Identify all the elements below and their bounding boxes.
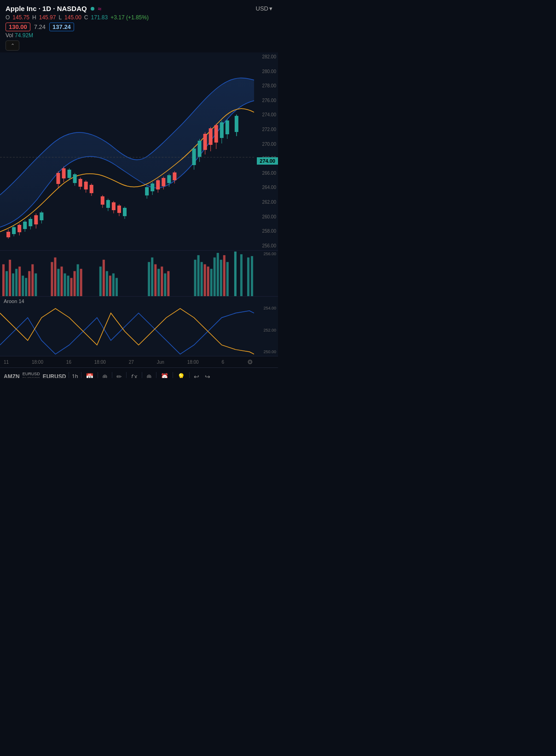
svg-rect-121 <box>240 254 243 296</box>
sep-4 <box>112 372 112 378</box>
svg-rect-30 <box>101 196 104 205</box>
calendar-icon-btn[interactable]: 📅 <box>84 372 95 378</box>
active-symbol: EURUSD <box>43 373 66 378</box>
add-indicator-btn[interactable]: ⊕ <box>145 372 153 378</box>
time-tick-4: 18:00 <box>94 360 106 365</box>
svg-rect-82 <box>25 278 27 296</box>
volume-svg <box>0 251 254 296</box>
svg-rect-28 <box>90 185 93 193</box>
svg-rect-8 <box>23 222 27 229</box>
time-tick-8: 6 <box>222 360 225 365</box>
time-tick-1: 11 <box>4 360 9 365</box>
svg-rect-103 <box>151 258 153 296</box>
svg-rect-80 <box>18 267 21 296</box>
indicator-3[interactable]: 137.24 <box>49 23 74 31</box>
c-value: 171.83 <box>91 14 108 21</box>
svg-rect-56 <box>203 134 207 150</box>
svg-rect-75 <box>2 264 5 296</box>
svg-rect-120 <box>234 252 237 296</box>
svg-rect-88 <box>57 269 59 296</box>
svg-rect-40 <box>145 187 149 195</box>
indicator-1[interactable]: 130.00 <box>6 23 30 31</box>
l-label: L <box>58 14 62 21</box>
svg-rect-32 <box>106 200 110 208</box>
svg-rect-58 <box>209 128 213 145</box>
currency-selector[interactable]: USD▾ <box>256 5 272 12</box>
svg-rect-92 <box>70 278 73 296</box>
collapse-button[interactable]: ⌃ <box>6 40 19 51</box>
svg-rect-77 <box>9 260 11 296</box>
svg-rect-119 <box>226 262 229 296</box>
svg-rect-108 <box>167 271 169 296</box>
indicator-2-num: 7.24 <box>34 23 46 30</box>
fx-icon-btn[interactable]: ƒx <box>129 372 139 378</box>
volume-axis: 256.00 <box>254 251 278 296</box>
candlestick-chart-svg: E D E D <box>0 52 254 250</box>
sep-5 <box>126 372 127 378</box>
svg-rect-26 <box>84 182 88 189</box>
svg-rect-6 <box>17 225 21 232</box>
aroon-label: Aroon 14 <box>4 298 24 304</box>
sep-9 <box>189 372 190 378</box>
svg-rect-115 <box>214 258 216 296</box>
current-price-label: 274.00 <box>257 157 278 165</box>
svg-rect-93 <box>74 271 76 296</box>
aroon-axis: 254.00 252.00 250.00 <box>254 297 278 356</box>
c-label: C <box>84 14 88 21</box>
aroon-svg <box>0 304 254 356</box>
svg-rect-109 <box>194 260 197 296</box>
svg-rect-107 <box>164 274 166 297</box>
svg-rect-85 <box>35 274 37 297</box>
sep-7 <box>156 372 156 378</box>
svg-rect-14 <box>40 212 43 220</box>
symbol-title: Apple Inc · 1D · NASDAQ <box>6 5 87 12</box>
svg-rect-89 <box>60 267 63 296</box>
redo-btn[interactable]: ↪ <box>203 372 212 378</box>
time-tick-2: 18:00 <box>32 360 43 365</box>
time-tick-5: 27 <box>129 360 134 365</box>
svg-rect-52 <box>192 149 196 165</box>
svg-rect-101 <box>116 278 118 296</box>
svg-rect-22 <box>73 174 77 183</box>
change-value: +3.17 (+1.85%) <box>110 14 149 21</box>
svg-rect-91 <box>67 275 70 296</box>
o-value: 145.75 <box>12 14 29 21</box>
svg-rect-111 <box>201 262 203 296</box>
svg-rect-117 <box>220 260 222 296</box>
svg-rect-96 <box>99 267 102 296</box>
svg-rect-4 <box>12 227 16 234</box>
svg-rect-86 <box>51 262 53 296</box>
svg-rect-16 <box>56 173 60 184</box>
svg-rect-114 <box>210 269 213 296</box>
svg-rect-60 <box>214 125 218 143</box>
time-tick-3: 16 <box>66 360 71 365</box>
draw-icon-btn[interactable]: ✏ <box>115 372 123 378</box>
svg-rect-122 <box>247 258 249 296</box>
svg-rect-54 <box>198 141 202 157</box>
toolbar-symbol-2: EURGBP <box>23 377 40 378</box>
svg-rect-97 <box>103 260 105 296</box>
main-chart[interactable]: 274.00 282.00 280.00 278.00 276.00 274.0… <box>0 52 278 250</box>
aroon-chart: Aroon 14 254.00 252.00 250.00 <box>0 296 278 356</box>
toolbar-symbol: AMZN <box>4 373 20 378</box>
svg-rect-84 <box>31 264 34 296</box>
svg-rect-83 <box>28 271 30 296</box>
svg-rect-2 <box>6 232 10 237</box>
svg-rect-18 <box>62 168 65 178</box>
bulb-icon-btn[interactable]: 💡 <box>176 372 186 378</box>
svg-rect-62 <box>220 122 224 138</box>
svg-rect-90 <box>64 274 66 297</box>
live-dot <box>91 7 94 11</box>
crosshair-icon-btn[interactable]: ⊕ <box>101 372 109 378</box>
svg-rect-95 <box>80 269 82 296</box>
svg-rect-105 <box>157 269 160 296</box>
sep-2 <box>81 372 81 378</box>
chart-settings-button[interactable]: ⚙ <box>247 358 253 366</box>
svg-rect-64 <box>226 120 229 134</box>
undo-btn[interactable]: ↩ <box>192 372 201 378</box>
alert-icon-btn[interactable]: ⏰ <box>159 372 170 378</box>
svg-rect-116 <box>217 253 219 296</box>
svg-rect-78 <box>12 274 14 297</box>
vol-label: Vol <box>6 32 13 39</box>
timeframe-selector[interactable]: 1h <box>72 373 78 378</box>
